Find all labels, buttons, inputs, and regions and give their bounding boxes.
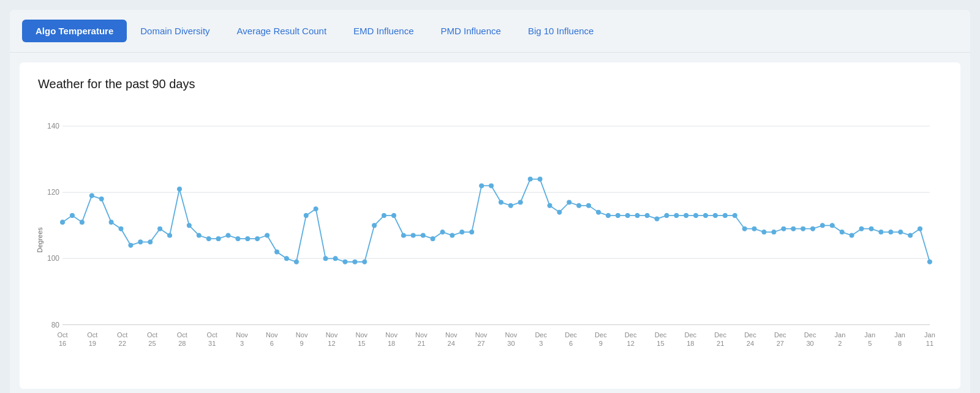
svg-point-31	[275, 250, 279, 254]
svg-point-90	[850, 233, 854, 238]
svg-point-22	[187, 223, 191, 228]
svg-point-35	[314, 207, 318, 211]
svg-text:27: 27	[777, 340, 784, 347]
svg-text:Nov: Nov	[475, 331, 488, 339]
svg-point-14	[109, 220, 113, 224]
svg-text:Dec: Dec	[565, 331, 577, 339]
tab-average-result-count[interactable]: Average Result Count	[224, 20, 340, 42]
svg-point-10	[70, 214, 74, 218]
svg-text:6: 6	[270, 340, 274, 347]
svg-point-24	[206, 236, 211, 241]
svg-point-84	[791, 226, 796, 231]
svg-text:2: 2	[838, 340, 842, 347]
svg-text:Oct: Oct	[177, 331, 187, 339]
tab-algo-temperature[interactable]: Algo Temperature	[22, 20, 127, 42]
svg-point-75	[703, 214, 707, 218]
svg-text:80: 80	[51, 321, 60, 329]
svg-text:27: 27	[477, 340, 484, 347]
svg-text:Dec: Dec	[655, 331, 667, 339]
svg-text:8: 8	[898, 340, 902, 347]
svg-point-57	[528, 177, 532, 181]
tab-emd-influence[interactable]: EMD Influence	[340, 20, 427, 42]
svg-point-30	[265, 233, 270, 238]
svg-point-27	[236, 236, 240, 241]
svg-point-55	[508, 203, 513, 208]
svg-point-12	[89, 193, 94, 198]
svg-point-82	[772, 230, 776, 234]
svg-point-48	[440, 230, 445, 234]
svg-text:120: 120	[47, 188, 59, 196]
svg-text:Dec: Dec	[595, 331, 607, 339]
svg-point-46	[421, 233, 425, 238]
svg-point-49	[450, 233, 454, 238]
svg-point-45	[411, 233, 415, 238]
y-axis-label: Degrees	[36, 227, 43, 253]
svg-point-60	[557, 210, 562, 214]
svg-point-53	[489, 184, 494, 188]
svg-point-41	[372, 223, 377, 228]
svg-text:Nov: Nov	[505, 331, 518, 339]
svg-text:Dec: Dec	[744, 331, 756, 339]
svg-point-33	[294, 260, 298, 264]
svg-point-81	[762, 230, 766, 234]
svg-point-63	[587, 203, 591, 208]
svg-text:Dec: Dec	[774, 331, 786, 339]
svg-text:100: 100	[47, 254, 59, 263]
svg-text:Dec: Dec	[804, 331, 816, 339]
svg-point-11	[80, 220, 84, 224]
svg-point-66	[616, 214, 620, 218]
svg-text:9: 9	[300, 340, 304, 347]
svg-point-98	[927, 260, 932, 264]
svg-text:5: 5	[868, 340, 872, 347]
svg-point-40	[363, 260, 367, 264]
svg-point-20	[168, 233, 172, 238]
svg-text:21: 21	[418, 340, 425, 347]
svg-text:Nov: Nov	[355, 331, 368, 339]
svg-point-29	[255, 236, 260, 241]
svg-point-71	[665, 214, 669, 218]
svg-text:Nov: Nov	[326, 331, 338, 339]
svg-point-92	[869, 226, 873, 231]
svg-point-19	[158, 226, 162, 231]
svg-point-16	[129, 243, 133, 247]
svg-point-58	[538, 177, 542, 181]
svg-point-26	[226, 233, 230, 238]
svg-point-25	[216, 236, 221, 241]
tab-big10-influence[interactable]: Big 10 Influence	[514, 20, 608, 42]
svg-text:21: 21	[717, 340, 724, 347]
svg-text:Nov: Nov	[236, 331, 248, 339]
svg-text:Oct: Oct	[207, 331, 217, 339]
svg-point-17	[138, 240, 143, 244]
svg-text:18: 18	[388, 340, 395, 347]
svg-text:Jan: Jan	[864, 331, 875, 339]
svg-point-15	[119, 226, 123, 231]
svg-text:Jan: Jan	[924, 331, 935, 339]
svg-point-97	[918, 226, 922, 231]
svg-point-36	[323, 256, 328, 261]
svg-point-72	[674, 214, 679, 218]
svg-point-69	[645, 214, 649, 218]
svg-point-32	[284, 256, 288, 261]
svg-point-91	[859, 226, 864, 231]
tab-pmd-influence[interactable]: PMD Influence	[427, 20, 514, 42]
svg-point-68	[635, 214, 639, 218]
chart-svg: 80100120140Oct16Oct19Oct22Oct25Oct28Oct3…	[56, 103, 942, 374]
svg-point-70	[655, 217, 659, 221]
svg-text:15: 15	[657, 340, 664, 347]
svg-point-94	[889, 230, 893, 234]
svg-text:Dec: Dec	[535, 331, 547, 339]
svg-text:15: 15	[358, 340, 365, 347]
svg-text:Nov: Nov	[385, 331, 398, 339]
svg-point-51	[470, 230, 474, 234]
tab-domain-diversity[interactable]: Domain Diversity	[127, 20, 223, 42]
svg-point-42	[382, 214, 386, 218]
svg-point-89	[840, 230, 844, 234]
svg-point-88	[830, 223, 834, 228]
svg-text:9: 9	[599, 340, 603, 347]
svg-text:30: 30	[806, 340, 813, 347]
svg-point-34	[304, 214, 308, 218]
chart-inner: 80100120140Oct16Oct19Oct22Oct25Oct28Oct3…	[56, 103, 942, 376]
svg-text:30: 30	[507, 340, 514, 347]
svg-text:3: 3	[539, 340, 543, 347]
svg-text:25: 25	[148, 340, 156, 347]
